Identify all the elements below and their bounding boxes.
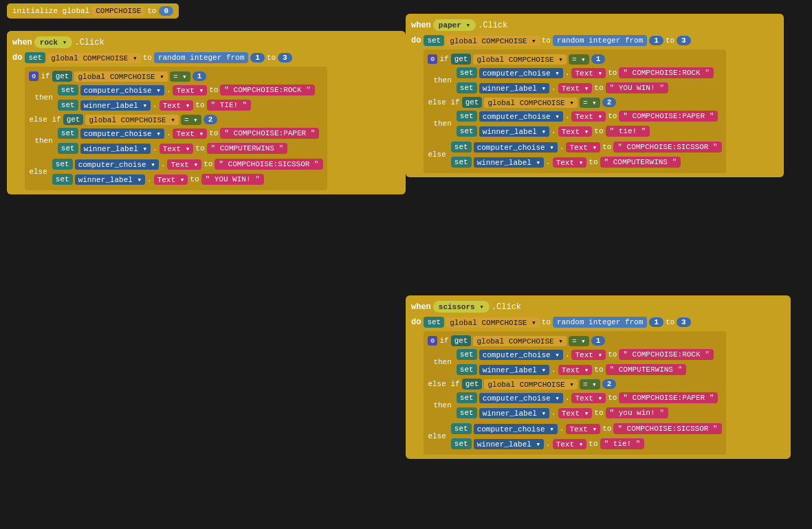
do-body: set global COMPCHOISE ▾ to random intege… xyxy=(25,51,327,190)
paper-btn[interactable]: paper ▾ xyxy=(433,19,476,31)
scissors-btn[interactable]: scissors ▾ xyxy=(433,301,490,313)
do-section: do set global COMPCHOISE ▾ to random int… xyxy=(12,51,400,190)
rock-panel: when rock ▾ .Click do set global COMPCHO… xyxy=(7,31,406,194)
rock-btn[interactable]: rock ▾ xyxy=(34,36,73,48)
init-val: 0 xyxy=(159,6,173,16)
click-label: .Click xyxy=(74,38,104,47)
init-block: initialize global COMPCHOISE to 0 xyxy=(7,3,179,19)
scissors-panel: when scissors ▾ .Click do set global COM… xyxy=(406,295,791,459)
when-label: when xyxy=(12,38,32,47)
do-label: do xyxy=(12,51,22,63)
to-label: to xyxy=(147,7,156,15)
compchoise-label: COMPCHOISE xyxy=(92,6,144,16)
paper-panel: when paper ▾ .Click do set global COMPCH… xyxy=(406,14,784,177)
when-row: when rock ▾ .Click xyxy=(12,36,400,48)
init-label: initialize global xyxy=(12,7,89,15)
